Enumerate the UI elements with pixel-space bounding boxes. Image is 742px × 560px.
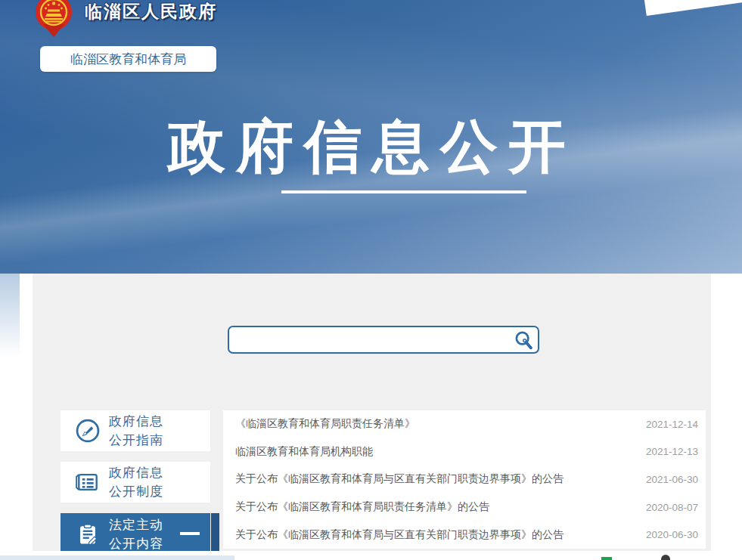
department-button-label: 临淄区教育和体育局 [70,51,186,68]
sidebar-item-statutory-disclosure[interactable]: 法定主动 公开内容 [61,513,210,555]
article-row: 《临淄区教育和体育局职责任务清单》 2021-12-14 [223,410,706,438]
article-list: 《临淄区教育和体育局职责任务清单》 2021-12-14 临淄区教育和体育局机构… [223,410,706,549]
sidebar-item-label: 政府信息 公开制度 [109,463,163,501]
article-row: 关于公布《临淄区教育和体育局与区直有关部门职责边界事项》的公告 2021-06-… [223,466,706,493]
banner-corner-decoration [642,0,742,16]
search-input[interactable] [229,327,508,352]
article-date: 2021-12-14 [646,419,698,430]
sidebar-item-gov-info-system[interactable]: 政府信息 公开制度 [61,462,210,503]
national-emblem-logo[interactable] [33,0,74,37]
department-button[interactable]: 临淄区教育和体育局 [40,46,216,72]
page: 临淄区人民政府 临淄区教育和体育局 政府信息公开 政府信息 [0,0,742,560]
article-date: 2021-12-13 [646,446,698,457]
article-row: 临淄区教育和体育局机构职能 2021-12-13 [223,438,706,466]
article-row: 关于公布《临淄区教育和体育局职责任务清单》的公告 2020-08-07 [223,493,706,521]
article-link[interactable]: 临淄区教育和体育局机构职能 [235,445,632,459]
sidebar-item-label: 法定主动 公开内容 [109,515,163,553]
clipboard-pencil-icon [73,520,102,549]
footer-tint-decoration [0,555,234,560]
collapse-minus-icon[interactable] [180,532,200,535]
article-row: 关于公布《临淄区教育和体育局与区直有关部门职责边界事项》的公告 2020-06-… [223,521,706,549]
page-title-underline [281,190,526,193]
search-button[interactable] [508,327,538,352]
site-title: 临淄区人民政府 [85,0,217,23]
page-title: 政府信息公开 [168,115,576,178]
article-link[interactable]: 关于公布《临淄区教育和体育局职责任务清单》的公告 [235,500,632,514]
footer-badge-icon [601,557,612,560]
article-date: 2020-08-07 [646,502,698,513]
search-magnifier-icon [513,330,533,350]
sidebar-item-label: 政府信息 公开指南 [109,412,163,450]
banner-fade-decoration [0,274,20,357]
document-list-icon [73,468,102,497]
article-link[interactable]: 关于公布《临淄区教育和体育局与区直有关部门职责边界事项》的公告 [235,472,632,486]
compass-icon [73,416,102,445]
footer-emblem-icon [661,555,670,560]
search-bar [228,326,539,354]
article-date: 2020-06-30 [646,529,698,540]
article-link[interactable]: 关于公布《临淄区教育和体育局与区直有关部门职责边界事项》的公告 [235,528,632,542]
article-link[interactable]: 《临淄区教育和体育局职责任务清单》 [235,417,632,431]
sidebar-item-gov-info-guide[interactable]: 政府信息 公开指南 [61,410,210,451]
article-date: 2021-06-30 [646,474,698,485]
